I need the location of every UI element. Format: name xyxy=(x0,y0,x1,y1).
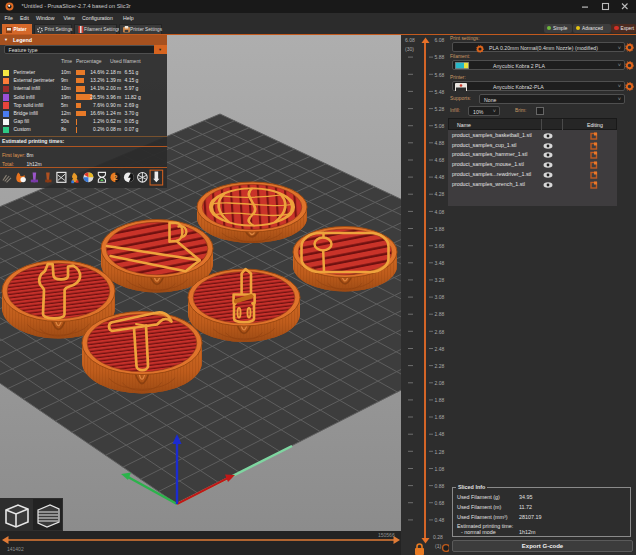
svg-text:3.08: 3.08 xyxy=(435,294,445,300)
svg-text:3.88: 3.88 xyxy=(435,226,445,232)
svg-text:3.68: 3.68 xyxy=(435,243,445,249)
svg-text:3.48: 3.48 xyxy=(435,260,445,266)
svg-text:4.48: 4.48 xyxy=(435,174,445,180)
svg-text:141402: 141402 xyxy=(7,546,24,552)
svg-text:(1): (1) xyxy=(435,543,441,549)
svg-text:1.48: 1.48 xyxy=(435,431,445,437)
svg-text:2.48: 2.48 xyxy=(435,346,445,352)
svg-text:4.88: 4.88 xyxy=(435,140,445,146)
svg-text:5.48: 5.48 xyxy=(435,89,445,95)
svg-text:0.48: 0.48 xyxy=(435,517,445,523)
svg-text:4.08: 4.08 xyxy=(435,209,445,215)
svg-text:1.08: 1.08 xyxy=(435,466,445,472)
svg-text:4.68: 4.68 xyxy=(435,157,445,163)
svg-text:0.28: 0.28 xyxy=(433,534,443,540)
svg-text:0.88: 0.88 xyxy=(435,483,445,489)
svg-text:0.68: 0.68 xyxy=(435,500,445,506)
svg-text:5.28: 5.28 xyxy=(435,106,445,112)
svg-text:5.68: 5.68 xyxy=(435,72,445,78)
svg-text:2.08: 2.08 xyxy=(435,380,445,386)
svg-text:5.08: 5.08 xyxy=(435,123,445,129)
svg-text:3.28: 3.28 xyxy=(435,277,445,283)
svg-text:1.28: 1.28 xyxy=(435,449,445,455)
svg-text:4.28: 4.28 xyxy=(435,191,445,197)
svg-text:150566: 150566 xyxy=(378,532,395,538)
svg-text:(30): (30) xyxy=(405,46,414,52)
svg-text:2: 2 xyxy=(114,173,118,182)
svg-text:1.68: 1.68 xyxy=(435,414,445,420)
svg-text:1.88: 1.88 xyxy=(435,397,445,403)
svg-text:6.08: 6.08 xyxy=(405,37,415,43)
svg-text:6.08: 6.08 xyxy=(435,37,445,43)
svg-text:2.68: 2.68 xyxy=(435,329,445,335)
svg-text:2.28: 2.28 xyxy=(435,363,445,369)
svg-text:2.88: 2.88 xyxy=(435,311,445,317)
svg-text:5.88: 5.88 xyxy=(435,54,445,60)
